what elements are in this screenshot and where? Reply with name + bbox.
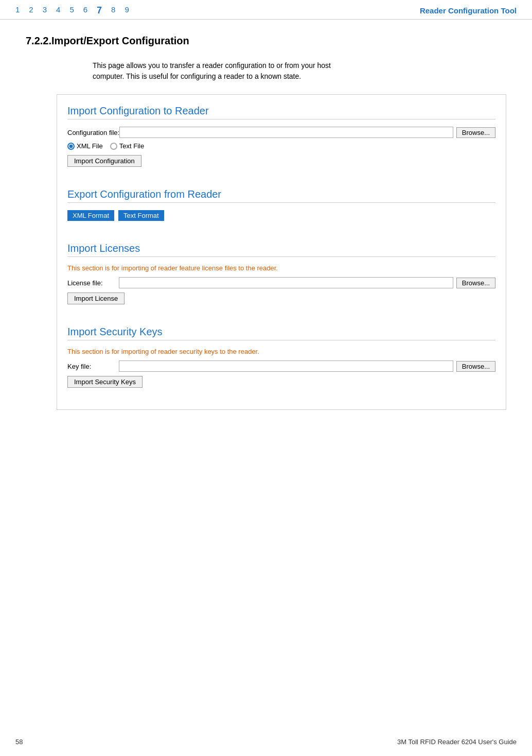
import-licenses-section: Import Licenses This section is for impo… xyxy=(67,243,495,316)
main-content: 7.2.2. Import/Export Configuration This … xyxy=(0,20,532,425)
nav-num-4[interactable]: 4 xyxy=(56,5,60,16)
license-browse-button[interactable]: Browse... xyxy=(456,278,495,288)
import-config-section: Import Configuration to Reader Configura… xyxy=(67,105,495,178)
export-btn-group: XML Format Text Format xyxy=(67,210,495,221)
text-format-button[interactable]: Text Format xyxy=(118,210,164,221)
import-licenses-title: Import Licenses xyxy=(67,243,495,257)
import-security-keys-title: Import Security Keys xyxy=(67,326,495,340)
text-file-radio-icon[interactable] xyxy=(110,143,117,150)
nav-num-2[interactable]: 2 xyxy=(29,5,33,16)
import-license-button[interactable]: Import License xyxy=(67,293,125,304)
xml-file-radio-text: XML File xyxy=(77,142,103,150)
key-file-input[interactable] xyxy=(119,360,453,372)
config-file-input[interactable] xyxy=(119,127,453,138)
key-browse-button[interactable]: Browse... xyxy=(456,361,495,372)
license-file-label: License file: xyxy=(67,279,119,287)
config-browse-button[interactable]: Browse... xyxy=(456,127,495,138)
nav-num-7[interactable]: 7 xyxy=(97,5,102,16)
footer: 58 3M Toll RFID Reader 6204 User's Guide xyxy=(0,738,532,746)
key-file-row: Key file: Browse... xyxy=(67,360,495,372)
license-file-input[interactable] xyxy=(119,277,453,288)
nav-num-1[interactable]: 1 xyxy=(15,5,20,16)
config-file-row: Configuration file: Browse... xyxy=(67,127,495,138)
xml-format-button[interactable]: XML Format xyxy=(67,210,114,221)
xml-file-radio-label[interactable]: XML File xyxy=(67,142,103,150)
key-file-label: Key file: xyxy=(67,363,119,370)
nav-num-3[interactable]: 3 xyxy=(43,5,47,16)
export-config-title: Export Configuration from Reader xyxy=(67,188,495,203)
import-config-title: Import Configuration to Reader xyxy=(67,105,495,119)
license-file-row: License file: Browse... xyxy=(67,277,495,288)
section-title: Import/Export Configuration xyxy=(51,35,189,47)
section-number: 7.2.2. xyxy=(26,35,51,47)
text-file-radio-text: Text File xyxy=(119,142,144,150)
description-line1: This page allows you to transfer a reade… xyxy=(93,61,331,70)
text-file-radio-label[interactable]: Text File xyxy=(110,142,144,150)
nav-title: Reader Configuration Tool xyxy=(420,6,517,15)
nav-num-6[interactable]: 6 xyxy=(83,5,87,16)
nav-num-5[interactable]: 5 xyxy=(69,5,74,16)
nav-num-8[interactable]: 8 xyxy=(111,5,115,16)
import-config-button[interactable]: Import Configuration xyxy=(67,155,141,167)
page-number: 58 xyxy=(15,738,23,746)
page-description: This page allows you to transfer a reade… xyxy=(93,60,412,82)
import-licenses-info: This section is for importing of reader … xyxy=(67,264,495,272)
import-security-keys-button[interactable]: Import Security Keys xyxy=(67,376,143,388)
config-file-label: Configuration file: xyxy=(67,129,119,136)
xml-file-radio-icon[interactable] xyxy=(67,143,75,150)
top-nav: 1 2 3 4 5 6 7 8 9 Reader Configuration T… xyxy=(0,0,532,20)
doc-title: 3M Toll RFID Reader 6204 User's Guide xyxy=(397,738,517,746)
file-type-radio-group: XML File Text File xyxy=(67,142,495,150)
config-box: Import Configuration to Reader Configura… xyxy=(57,94,506,410)
description-line2: computer. This is useful for configuring… xyxy=(93,72,301,80)
import-security-keys-section: Import Security Keys This section is for… xyxy=(67,326,495,399)
nav-num-9[interactable]: 9 xyxy=(125,5,129,16)
nav-numbers: 1 2 3 4 5 6 7 8 9 xyxy=(15,5,129,16)
export-config-section: Export Configuration from Reader XML For… xyxy=(67,188,495,232)
import-security-keys-info: This section is for importing of reader … xyxy=(67,348,495,355)
